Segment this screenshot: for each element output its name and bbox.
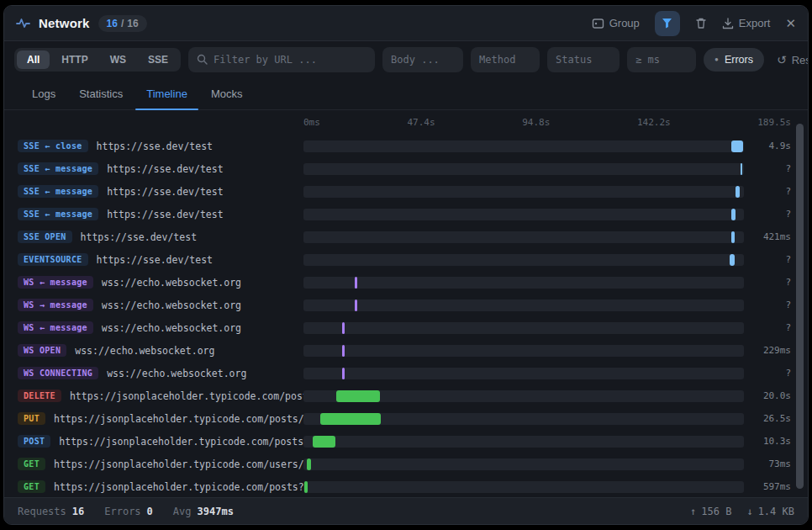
segment-sse[interactable]: SSE xyxy=(138,50,178,69)
timeline-track xyxy=(303,481,744,493)
bytes-sent-value: 156 B xyxy=(701,506,731,517)
timeline-track xyxy=(303,368,744,379)
vertical-scrollbar[interactable] xyxy=(796,124,804,489)
segment-http[interactable]: HTTP xyxy=(51,50,98,69)
request-info: WS → message wss://echo.websocket.org xyxy=(18,299,303,311)
segment-all[interactable]: All xyxy=(17,50,50,69)
timeline-bar xyxy=(336,390,380,402)
request-row[interactable]: WS OPEN wss://echo.websocket.org 229ms xyxy=(4,339,808,362)
reset-button[interactable]: ↺ Reset xyxy=(772,52,809,67)
timeline-bar xyxy=(730,254,735,266)
clear-trash-button[interactable] xyxy=(695,17,707,29)
url-filter-wrap xyxy=(188,47,375,72)
upload-arrow-icon: ↑ xyxy=(690,506,696,517)
request-row[interactable]: PUT https://jsonplaceholder.typicode.com… xyxy=(4,407,808,430)
axis-tick: 189.5s xyxy=(757,117,791,130)
request-duration: 421ms xyxy=(744,231,791,242)
timeline-track xyxy=(303,209,744,220)
request-row[interactable]: WS ← message wss://echo.websocket.org ? xyxy=(4,316,808,339)
timeline-bar xyxy=(342,345,345,357)
axis-tick: 47.4s xyxy=(407,117,435,130)
request-row[interactable]: SSE ← close https://sse.dev/test 4.9s xyxy=(4,135,808,157)
bytes-received-value: 1.4 KB xyxy=(758,506,794,517)
request-info: GET https://jsonplaceholder.typicode.com… xyxy=(18,458,303,470)
group-button[interactable]: Group xyxy=(592,17,640,29)
request-row[interactable]: POST https://jsonplaceholder.typicode.co… xyxy=(4,430,808,453)
page-title: Network xyxy=(39,16,90,30)
request-row[interactable]: GET https://jsonplaceholder.typicode.com… xyxy=(4,475,808,497)
timeline-view: 0ms 47.4s 94.8s 142.2s 189.5s SSE ← clos… xyxy=(4,110,808,497)
avg-label: Avg xyxy=(173,506,192,517)
timeline-bar xyxy=(741,163,742,175)
request-info: EVENTSOURCE https://sse.dev/test xyxy=(18,253,303,266)
status-filter-input[interactable] xyxy=(547,47,620,72)
request-row[interactable]: EVENTSOURCE https://sse.dev/test ? xyxy=(4,248,808,271)
request-list: SSE ← close https://sse.dev/test 4.9s SS… xyxy=(4,135,808,497)
request-row[interactable]: DELETE https://jsonplaceholder.typicode.… xyxy=(4,384,808,407)
timeline-bar xyxy=(304,481,308,493)
group-icon xyxy=(592,17,604,29)
method-badge: GET xyxy=(18,458,45,470)
request-url: https://jsonplaceholder.typicode.com/pos… xyxy=(54,413,303,425)
request-row[interactable]: WS → message wss://echo.websocket.org ? xyxy=(4,294,808,316)
timeline-track xyxy=(303,458,744,470)
request-url: https://sse.dev/test xyxy=(107,209,223,220)
request-url: https://sse.dev/test xyxy=(107,163,223,175)
timeline-track xyxy=(303,299,744,311)
protocol-segmented-control: All HTTP WS SSE xyxy=(14,48,181,72)
dot-icon: ● xyxy=(714,56,719,63)
export-button[interactable]: Export xyxy=(722,17,771,29)
timeline-track xyxy=(303,277,744,289)
bytes-received-stat: ↓ 1.4 KB xyxy=(746,506,794,517)
method-badge: GET xyxy=(18,480,45,493)
body-filter-input[interactable] xyxy=(382,47,463,72)
request-duration: ? xyxy=(744,322,791,333)
method-badge: SSE ← message xyxy=(18,162,98,175)
avg-value: 3947ms xyxy=(198,506,234,517)
errors-toggle-button[interactable]: ● Errors xyxy=(704,48,764,72)
request-url: wss://echo.websocket.org xyxy=(75,345,214,357)
request-count-badge: 16 / 16 xyxy=(98,15,147,32)
request-info: WS ← message wss://echo.websocket.org xyxy=(18,321,303,334)
tab-logs[interactable]: Logs xyxy=(21,78,66,109)
timeline-track xyxy=(303,390,744,402)
timeline-track xyxy=(303,231,744,243)
export-label: Export xyxy=(739,17,771,29)
request-row[interactable]: SSE ← message https://sse.dev/test ? xyxy=(4,157,808,180)
segment-ws[interactable]: WS xyxy=(100,50,136,69)
method-filter-input[interactable] xyxy=(471,47,540,72)
tab-mocks[interactable]: Mocks xyxy=(200,78,254,109)
tab-statistics[interactable]: Statistics xyxy=(68,78,134,109)
request-duration: 26.5s xyxy=(744,413,791,424)
min-duration-filter-input[interactable] xyxy=(627,47,696,72)
request-url: wss://echo.websocket.org xyxy=(107,368,246,379)
method-badge: SSE ← message xyxy=(18,208,98,220)
request-row[interactable]: WS CONNECTING wss://echo.websocket.org ? xyxy=(4,362,808,384)
request-duration: 4.9s xyxy=(744,140,791,151)
request-duration: ? xyxy=(744,186,791,197)
request-duration: 20.0s xyxy=(744,390,791,401)
axis-tick: 0ms xyxy=(303,117,320,130)
download-arrow-icon: ↓ xyxy=(746,506,752,517)
request-url: wss://echo.websocket.org xyxy=(102,277,241,289)
filter-bar: All HTTP WS SSE ● Errors ↺ Reset xyxy=(4,41,808,78)
request-row[interactable]: GET https://jsonplaceholder.typicode.com… xyxy=(4,453,808,475)
filter-toggle-button[interactable] xyxy=(655,11,680,36)
request-row[interactable]: WS ← message wss://echo.websocket.org ? xyxy=(4,271,808,294)
url-filter-input[interactable] xyxy=(188,47,375,72)
errors-label: Errors xyxy=(104,506,140,517)
count-current: 16 xyxy=(107,18,118,29)
request-duration: ? xyxy=(744,299,791,310)
request-row[interactable]: SSE ← message https://sse.dev/test ? xyxy=(4,180,808,203)
timeline-track xyxy=(303,254,744,266)
timeline-track xyxy=(303,345,744,357)
request-row[interactable]: SSE OPEN https://sse.dev/test 421ms xyxy=(4,225,808,248)
method-badge: EVENTSOURCE xyxy=(18,253,88,266)
header-left: Network 16 / 16 xyxy=(16,15,147,32)
close-icon[interactable]: ✕ xyxy=(785,16,796,31)
tab-timeline[interactable]: Timeline xyxy=(135,78,198,109)
timeline-bar xyxy=(320,413,380,425)
request-row[interactable]: SSE ← message https://sse.dev/test ? xyxy=(4,203,808,225)
request-info: SSE ← close https://sse.dev/test xyxy=(18,140,303,152)
timeline-bar xyxy=(313,436,335,448)
